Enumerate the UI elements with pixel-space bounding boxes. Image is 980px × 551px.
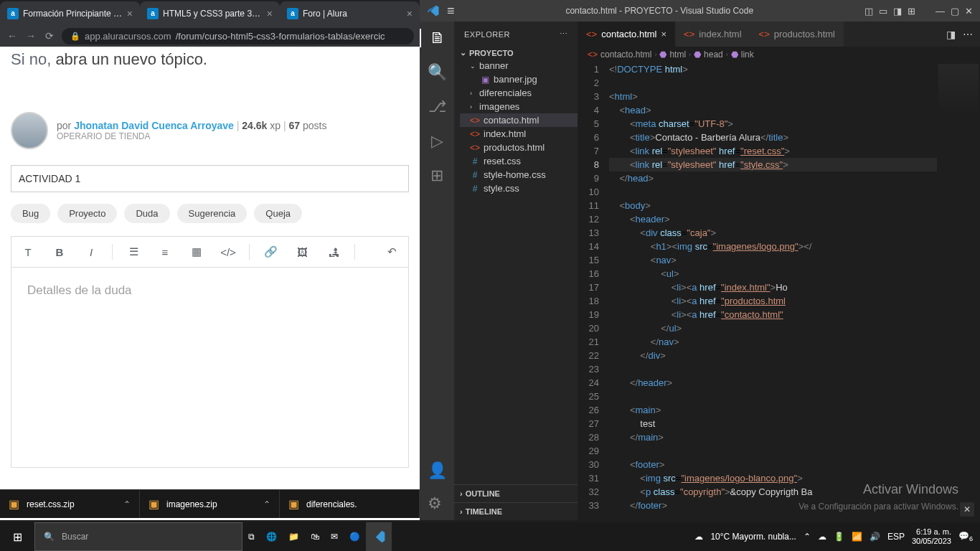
close-icon[interactable]: ×: [661, 29, 667, 39]
folder-imagenes[interactable]: › imagenes: [460, 100, 578, 113]
chrome-tab-1[interactable]: a HTML5 y CSS3 parte 3: Trabajan ×: [140, 1, 280, 25]
account-icon[interactable]: 👤: [428, 461, 447, 480]
tab-close-icon[interactable]: ×: [407, 8, 413, 19]
tray-chevron-icon[interactable]: ⌃: [804, 532, 811, 542]
editor-tab-productos[interactable]: <> productos.html: [750, 22, 844, 47]
extensions-icon[interactable]: ⊞: [430, 166, 443, 185]
file-style[interactable]: # style.css: [460, 182, 578, 195]
editor-tab-index[interactable]: <> index.html: [675, 22, 750, 47]
chrome-tab-2[interactable]: a Foro | Alura ×: [280, 1, 420, 25]
download-item-2[interactable]: ▣ diferenciales.: [280, 490, 420, 518]
layout-icon[interactable]: ⊞: [908, 6, 915, 17]
layout-icon[interactable]: ▭: [879, 6, 887, 17]
debug-icon[interactable]: ▷: [431, 132, 443, 151]
avatar[interactable]: [11, 112, 48, 149]
project-section[interactable]: ⌄ PROYECTO: [454, 47, 578, 59]
weather-icon[interactable]: ☁: [694, 532, 703, 542]
search-icon: 🔍: [44, 532, 55, 542]
menu-icon[interactable]: ≡: [447, 4, 455, 19]
author-name[interactable]: Jhonatan David Cuenca Arroyave: [74, 120, 234, 131]
tag-sugerencia[interactable]: Sugerencia: [177, 204, 248, 223]
chevron-up-icon[interactable]: ⌃: [123, 499, 131, 509]
layout-icon[interactable]: ◨: [893, 6, 902, 17]
store-icon[interactable]: 🛍: [305, 522, 325, 551]
editor-body[interactable]: Detalles de la duda: [11, 267, 409, 468]
onedrive-icon[interactable]: ☁: [818, 532, 826, 542]
file-productos[interactable]: <> productos.html: [460, 141, 578, 154]
ed-image-icon[interactable]: 🖼: [288, 241, 316, 263]
mail-icon[interactable]: ✉: [325, 522, 344, 551]
more-icon[interactable]: ⋯: [963, 29, 973, 40]
explorer-icon[interactable]: 📁: [283, 522, 305, 551]
gear-icon[interactable]: ⚙: [428, 494, 447, 513]
file-style-home[interactable]: # style-home.css: [460, 168, 578, 182]
minimap[interactable]: [937, 62, 980, 520]
wifi-icon[interactable]: 📶: [852, 532, 862, 542]
split-icon[interactable]: ◨: [946, 29, 956, 40]
nav-back-icon[interactable]: ←: [6, 30, 19, 42]
files-icon[interactable]: 🗎: [420, 29, 454, 47]
timeline-section[interactable]: › TIMELINE: [454, 502, 578, 520]
code-content[interactable]: <!DOCTYPE html> <html> <head> <meta char…: [609, 62, 937, 520]
minimap-thumb[interactable]: [938, 64, 979, 114]
file-reset[interactable]: # reset.css: [460, 154, 578, 168]
download-item-1[interactable]: ▣ imagenes.zip ⌃: [140, 490, 280, 518]
clock[interactable]: 6:19 a. m. 30/05/2023: [912, 527, 951, 546]
vscode-titlebar[interactable]: ≡ contacto.html - PROYECTO - Visual Stud…: [420, 0, 980, 22]
search-icon[interactable]: 🔍: [428, 63, 447, 82]
layout-icon[interactable]: ◫: [864, 6, 873, 17]
task-view-icon[interactable]: ⧉: [242, 522, 260, 551]
tab-close-icon[interactable]: ×: [267, 8, 273, 19]
notification-close-icon[interactable]: ✕: [960, 502, 974, 517]
nav-reload-icon[interactable]: ⟳: [43, 30, 56, 42]
folder-diferenciales[interactable]: › diferenciales: [460, 86, 578, 100]
volume-icon[interactable]: 🔊: [870, 532, 880, 542]
chevron-up-icon[interactable]: ⌃: [263, 499, 270, 509]
outline-section[interactable]: › OUTLINE: [454, 484, 578, 502]
tag-duda[interactable]: Duda: [124, 204, 169, 223]
ed-bold-icon[interactable]: B: [46, 241, 73, 263]
language-indicator[interactable]: ESP: [887, 532, 905, 542]
file-index[interactable]: <> index.html: [460, 127, 578, 141]
chrome-tab-0[interactable]: a Formación Principiante en Progr ×: [0, 1, 140, 25]
editor-tab-contacto[interactable]: <> contacto.html ×: [578, 22, 675, 47]
ed-italic-icon[interactable]: I: [77, 241, 105, 263]
code-area[interactable]: 1234567891011121314151617181920212223242…: [578, 62, 980, 520]
tag-proyecto[interactable]: Proyecto: [57, 204, 117, 223]
chrome-browser: a Formación Principiante en Progr × a HT…: [0, 0, 420, 520]
url-bar[interactable]: 🔒 app.aluracursos.com/forum/curso-html5-…: [62, 28, 414, 44]
ed-list-icon[interactable]: ☰: [120, 241, 147, 263]
ed-font-icon[interactable]: T: [14, 241, 42, 263]
ed-undo-icon[interactable]: ↶: [378, 241, 405, 263]
maximize-icon[interactable]: ▢: [951, 6, 959, 17]
breadcrumb[interactable]: <> contacto.html › ⬣ html › ⬣ head › ⬣ l…: [578, 47, 980, 62]
ed-image2-icon[interactable]: 🏞: [320, 241, 347, 263]
close-icon[interactable]: ✕: [965, 6, 973, 17]
nav-forward-icon[interactable]: →: [24, 30, 37, 42]
ed-code-icon[interactable]: </>: [215, 241, 242, 263]
weather-text[interactable]: 10°C Mayorm. nubla...: [710, 532, 796, 542]
subject-input[interactable]: [11, 165, 409, 192]
tab-close-icon[interactable]: ×: [127, 8, 133, 19]
vscode-taskbar-icon[interactable]: [366, 522, 392, 551]
folder-banner[interactable]: ⌄ banner: [460, 59, 578, 72]
battery-icon[interactable]: 🔋: [834, 532, 844, 542]
edge-icon[interactable]: 🌐: [260, 522, 283, 551]
start-button[interactable]: ⊞: [0, 530, 34, 544]
vscode-window: ≡ contacto.html - PROYECTO - Visual Stud…: [420, 0, 980, 520]
download-item-0[interactable]: ▣ reset.css.zip ⌃: [0, 490, 140, 518]
ed-table-icon[interactable]: ▦: [183, 241, 210, 263]
chrome-icon[interactable]: 🔵: [344, 522, 366, 551]
tab-title: Formación Principiante en Progr: [23, 9, 123, 19]
tag-bug[interactable]: Bug: [11, 204, 50, 223]
minimize-icon[interactable]: —: [936, 6, 945, 17]
ed-link-icon[interactable]: 🔗: [257, 241, 284, 263]
ed-olist-icon[interactable]: ≡: [151, 241, 179, 263]
git-icon[interactable]: ⎇: [428, 98, 446, 116]
tag-queja[interactable]: Queja: [254, 204, 302, 223]
more-icon[interactable]: ⋯: [560, 29, 568, 39]
file-contacto[interactable]: <> contacto.html: [460, 113, 578, 127]
taskbar-search[interactable]: 🔍 Buscar: [34, 522, 242, 551]
notifications-icon[interactable]: 💬6: [958, 531, 973, 542]
file-banner-jpg[interactable]: ▣ banner.jpg: [460, 72, 578, 86]
